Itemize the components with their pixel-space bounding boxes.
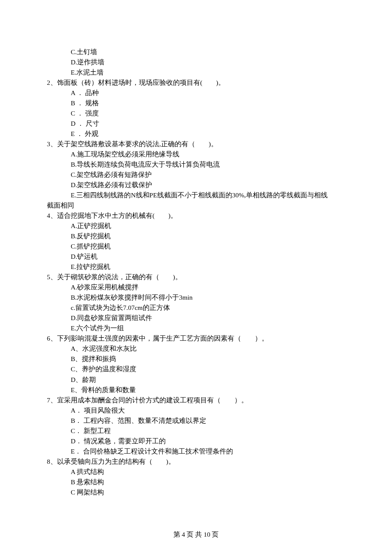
question-stem: 2、饰面板（砖）材料进场时，现场应验收的项目有( )。 <box>47 78 345 88</box>
option-line: D.同盘砂浆应留置两组试件 <box>47 313 345 323</box>
option-line: B.反铲挖掘机 <box>47 231 345 241</box>
option-line: D、龄期 <box>47 375 345 385</box>
option-line: C． 新型工程 <box>47 426 345 436</box>
option-line: D． 情况紧急，需要立即开工的 <box>47 436 345 446</box>
option-line: E.拉铲挖掘机 <box>47 262 345 272</box>
question-stem: 6、下列影响混凝土强度的因素中，属于生产工艺方面的因素有（ ）。 <box>47 333 345 344</box>
option-line: D ． 尺寸 <box>47 119 345 129</box>
option-line: E.水泥土墙 <box>47 67 345 78</box>
option-line: A 拱式结构 <box>47 467 345 477</box>
option-line: B． 工程内容、范围、数量不清楚或难以界定 <box>47 416 345 426</box>
question-stem: 7、宜采用成本加酬金合同的计价方式的建设工程项目有（ ）。 <box>47 395 345 405</box>
option-line: C.土钉墙 <box>47 47 345 57</box>
option-line: E、骨料的质量和数量 <box>47 385 345 395</box>
option-line: A． 项目风险很大 <box>47 405 345 416</box>
option-line: E.三相四线制线路的N线和PE线截面不小于相线截面的30%,单相线路的零线截面与… <box>47 190 345 200</box>
option-line: E ． 外观 <box>47 129 345 139</box>
option-line: B、搅拌和振捣 <box>47 354 345 364</box>
option-line: E.六个试件为一组 <box>47 323 345 333</box>
option-line: A、水泥强度和水灰比 <box>47 344 345 354</box>
option-line: A.砂浆应采用机械搅拌 <box>47 282 345 292</box>
page-footer: 第 4 页 共 10 页 <box>0 529 392 540</box>
option-line: E． 合同价格缺乏工程设计文件和施工技术管理条件的 <box>47 446 345 457</box>
option-line: D.架空线路必须有过载保护 <box>47 180 345 190</box>
option-line: c.留置试块为边长7.07cm的正方体 <box>47 303 345 313</box>
option-line: D.铲运机 <box>47 251 345 262</box>
question-stem: 8、以承受轴向压力为主的结构有（ )。 <box>47 457 345 467</box>
option-line: A ． 品种 <box>47 88 345 98</box>
option-line-wrap: 截面相同 <box>47 200 345 211</box>
option-line: B ． 规格 <box>47 98 345 108</box>
option-line: B.导线长期连续负荷电流应大于导线计算负荷电流 <box>47 159 345 170</box>
question-stem: 4、适合挖掘地下水中土方的机械有( )。 <box>47 211 345 221</box>
option-line: C、养护的温度和湿度 <box>47 364 345 374</box>
option-line: C.抓铲挖掘机 <box>47 241 345 251</box>
question-stem: 3、关于架空线路敷设基本要求的说法,正确的有（ )。 <box>47 139 345 149</box>
option-line: B 悬索结构 <box>47 477 345 487</box>
option-line: C 网架结构 <box>47 487 345 497</box>
option-line: D.逆作拱墙 <box>47 57 345 67</box>
option-line: B.水泥粉煤灰砂浆搅拌时间不得小于3min <box>47 292 345 303</box>
option-line: C ． 强度 <box>47 108 345 119</box>
option-line: A.正铲挖掘机 <box>47 221 345 231</box>
option-line: C.架空线路必须有短路保护 <box>47 170 345 180</box>
page: C.土钉墙 D.逆作拱墙 E.水泥土墙 2、饰面板（砖）材料进场时，现场应验收的… <box>0 0 392 555</box>
question-stem: 5、关于砌筑砂浆的说法，正确的有（ )。 <box>47 272 345 282</box>
option-line: A.施工现场架空线必须采用绝缘导线 <box>47 149 345 159</box>
